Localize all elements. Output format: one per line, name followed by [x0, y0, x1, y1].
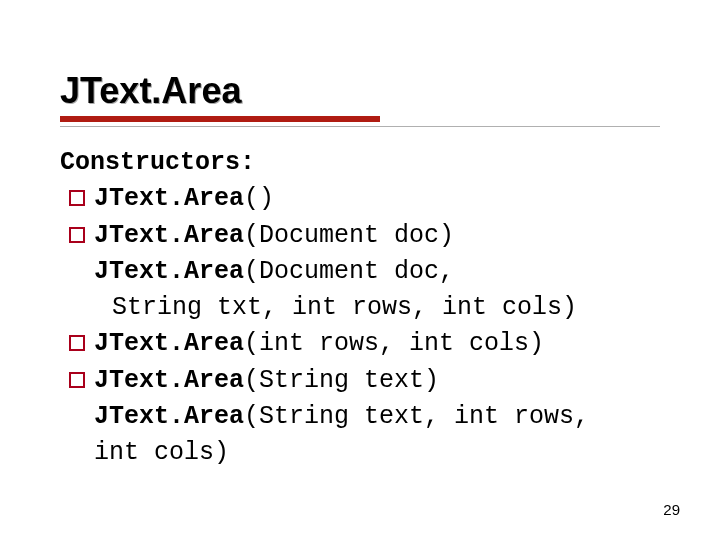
page-number: 29 [663, 501, 680, 518]
signature: (Document doc) [244, 221, 454, 250]
list-item: JText.Area() [60, 181, 660, 217]
title-underline-gray [60, 126, 660, 127]
list-item: JText.Area(String text, int rows, [60, 399, 660, 435]
signature: () [244, 184, 274, 213]
constructor-text: JText.Area(Document doc) [94, 218, 660, 254]
constructor-text: JText.Area(int rows, int cols) [94, 326, 660, 362]
bullet-spacer [60, 399, 94, 433]
constructor-text: JText.Area(Document doc, [94, 254, 660, 290]
class-name: JText.Area [94, 366, 244, 395]
slide: JText.Area Constructors: JText.Area() JT… [0, 0, 720, 540]
list-item: JText.Area(String text) [60, 363, 660, 399]
signature: (String text, int rows, [244, 402, 589, 431]
bullet-spacer [60, 254, 94, 288]
list-item-continuation: String txt, int rows, int cols) [60, 290, 660, 326]
constructor-text: JText.Area(String text, int rows, [94, 399, 660, 435]
body: Constructors: JText.Area() JText.Area(Do… [60, 145, 660, 471]
signature: (String text) [244, 366, 439, 395]
square-bullet-icon [60, 363, 94, 397]
class-name: JText.Area [94, 329, 244, 358]
list-item: JText.Area(Document doc, [60, 254, 660, 290]
list-item-continuation: int cols) [60, 435, 660, 471]
list-item: JText.Area(Document doc) [60, 218, 660, 254]
signature: (int rows, int cols) [244, 329, 544, 358]
square-bullet-icon [60, 218, 94, 252]
list-item: JText.Area(int rows, int cols) [60, 326, 660, 362]
class-name: JText.Area [94, 221, 244, 250]
constructor-text: JText.Area() [94, 181, 660, 217]
square-bullet-icon [60, 326, 94, 360]
class-name: JText.Area [94, 402, 244, 431]
class-name: JText.Area [94, 184, 244, 213]
constructor-text: JText.Area(String text) [94, 363, 660, 399]
signature-continuation: int cols) [60, 435, 660, 471]
signature: (Document doc, [244, 257, 454, 286]
constructors-heading: Constructors: [60, 145, 660, 181]
class-name: JText.Area [94, 257, 244, 286]
title-underline-red [60, 116, 380, 122]
page-title: JText.Area [60, 70, 660, 112]
square-bullet-icon [60, 181, 94, 215]
signature-continuation: String txt, int rows, int cols) [60, 290, 660, 326]
